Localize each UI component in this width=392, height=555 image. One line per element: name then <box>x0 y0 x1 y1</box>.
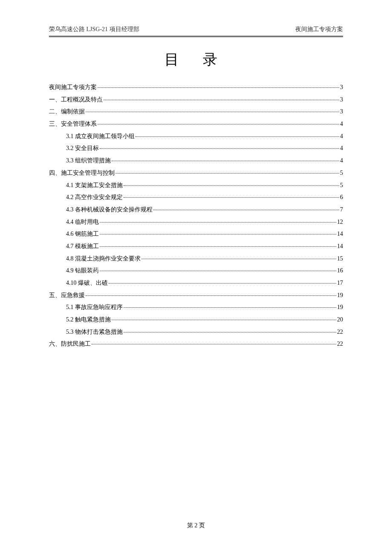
toc-entry-label: 4.8 混凝土浇捣作业安全要求 <box>66 253 141 265</box>
toc-title: 目 录 <box>49 50 343 69</box>
toc-dots <box>86 295 336 296</box>
page-footer: 第 2 页 <box>49 522 343 538</box>
toc-entry-page: 20 <box>337 314 343 326</box>
toc-entry-label: 一、工程概况及特点 <box>49 94 103 106</box>
toc-entry-page: 14 <box>337 240 343 253</box>
toc-entry[interactable]: 5.1 事故应急响应程序19 <box>49 301 343 314</box>
toc-entry-page: 5 <box>340 179 343 192</box>
toc-entry[interactable]: 4.4 临时用电12 <box>49 216 343 228</box>
toc-entry-page: 16 <box>337 265 343 277</box>
toc-entry-page: 3 <box>340 106 343 118</box>
toc-dots <box>100 234 336 234</box>
toc-entry-label: 4.10 爆破、出碴 <box>66 277 108 289</box>
toc-entry[interactable]: 五、应急救援19 <box>49 289 343 302</box>
toc-entry-label: 4.7 模板施工 <box>66 240 99 253</box>
toc-dots <box>124 197 339 198</box>
toc-entry-page: 4 <box>340 142 343 155</box>
toc-entry-page: 4 <box>340 155 343 167</box>
toc-entry[interactable]: 5.2 触电紧急措施20 <box>49 314 343 326</box>
header-right: 夜间施工专项方案 <box>295 26 343 33</box>
toc-dots <box>92 344 336 344</box>
toc-dots <box>100 148 339 149</box>
toc-entry-label: 3.2 安全目标 <box>66 142 99 155</box>
toc-entry-page: 7 <box>340 204 343 216</box>
toc-entry-label: 4.3 各种机械设备的安全操作规程 <box>66 204 153 216</box>
toc-entry-page: 15 <box>337 253 343 265</box>
toc-entry-label: 五、应急救援 <box>49 289 85 302</box>
page-header: 荣乌高速公路 LJSG-21 项目经理部 夜间施工专项方案 <box>49 26 343 36</box>
toc-entry-label: 4.9 钻眼装药 <box>66 265 99 277</box>
toc-entry-label: 三、安全管理体系 <box>49 118 97 130</box>
toc-entry-page: 14 <box>337 228 343 240</box>
table-of-contents: 夜间施工专项方案3一、工程概况及特点3二、编制依据3三、安全管理体系43.1 成… <box>49 81 343 350</box>
toc-entry-page: 19 <box>337 301 343 314</box>
toc-entry-page: 4 <box>340 130 343 143</box>
toc-entry-label: 5.3 物体打击紧急措施 <box>66 326 123 338</box>
toc-entry[interactable]: 四、施工安全管理与控制5 <box>49 167 343 179</box>
toc-dots <box>100 246 336 247</box>
toc-dots <box>98 124 339 124</box>
toc-dots <box>124 307 336 308</box>
toc-entry[interactable]: 4.8 混凝土浇捣作业安全要求15 <box>49 253 343 265</box>
toc-entry-label: 4.1 支架施工安全措施 <box>66 179 123 192</box>
toc-dots <box>98 87 339 88</box>
toc-entry[interactable]: 4.6 钢筋施工14 <box>49 228 343 240</box>
toc-entry[interactable]: 一、工程概况及特点3 <box>49 94 343 106</box>
toc-dots <box>112 320 336 320</box>
toc-entry-label: 5.2 触电紧急措施 <box>66 314 111 326</box>
toc-entry[interactable]: 3.2 安全目标4 <box>49 142 343 155</box>
toc-entry-page: 12 <box>337 216 343 228</box>
toc-dots <box>153 210 339 210</box>
toc-entry[interactable]: 3.1 成立夜间施工领导小组4 <box>49 130 343 143</box>
toc-entry-label: 4.2 高空作业安全规定 <box>66 191 123 204</box>
document-page: 荣乌高速公路 LJSG-21 项目经理部 夜间施工专项方案 目 录 夜间施工专项… <box>0 0 392 555</box>
toc-entry[interactable]: 4.9 钻眼装药16 <box>49 265 343 277</box>
header-left: 荣乌高速公路 LJSG-21 项目经理部 <box>49 26 139 33</box>
toc-entry-label: 4.4 临时用电 <box>66 216 99 228</box>
toc-dots <box>135 136 339 137</box>
toc-entry-label: 夜间施工专项方案 <box>49 81 97 94</box>
toc-entry[interactable]: 3.3 组织管理措施4 <box>49 155 343 167</box>
toc-dots <box>109 283 336 283</box>
toc-entry-page: 19 <box>337 289 343 302</box>
toc-entry[interactable]: 4.1 支架施工安全措施5 <box>49 179 343 192</box>
toc-entry[interactable]: 三、安全管理体系4 <box>49 118 343 130</box>
toc-entry-label: 四、施工安全管理与控制 <box>49 167 115 179</box>
toc-dots <box>104 100 339 100</box>
toc-entry-label: 5.1 事故应急响应程序 <box>66 301 123 314</box>
toc-dots <box>115 173 339 173</box>
toc-dots <box>124 332 336 332</box>
toc-entry-label: 二、编制依据 <box>49 106 85 118</box>
toc-entry[interactable]: 5.3 物体打击紧急措施22 <box>49 326 343 338</box>
toc-entry-page: 3 <box>340 94 343 106</box>
toc-entry-label: 3.1 成立夜间施工领导小组 <box>66 130 135 143</box>
toc-entry-label: 3.3 组织管理措施 <box>66 155 111 167</box>
toc-entry[interactable]: 夜间施工专项方案3 <box>49 81 343 94</box>
toc-dots <box>100 271 336 271</box>
toc-dots <box>124 185 339 186</box>
toc-entry[interactable]: 4.10 爆破、出碴17 <box>49 277 343 289</box>
header-divider <box>49 36 343 37</box>
toc-entry-page: 6 <box>340 191 343 204</box>
toc-entry-page: 4 <box>340 118 343 130</box>
toc-entry[interactable]: 4.2 高空作业安全规定6 <box>49 191 343 204</box>
toc-entry-page: 22 <box>337 326 343 338</box>
toc-entry[interactable]: 4.7 模板施工14 <box>49 240 343 253</box>
toc-entry-page: 22 <box>337 338 343 350</box>
toc-entry[interactable]: 六、防扰民施工22 <box>49 338 343 350</box>
toc-dots <box>86 112 339 112</box>
toc-entry-page: 5 <box>340 167 343 179</box>
toc-entry[interactable]: 4.3 各种机械设备的安全操作规程7 <box>49 204 343 216</box>
toc-dots <box>100 222 336 223</box>
toc-dots <box>141 259 336 259</box>
toc-entry[interactable]: 二、编制依据3 <box>49 106 343 118</box>
toc-entry-page: 3 <box>340 81 343 94</box>
toc-dots <box>112 161 339 161</box>
toc-entry-label: 4.6 钢筋施工 <box>66 228 99 240</box>
toc-entry-label: 六、防扰民施工 <box>49 338 91 350</box>
toc-entry-page: 17 <box>337 277 343 289</box>
